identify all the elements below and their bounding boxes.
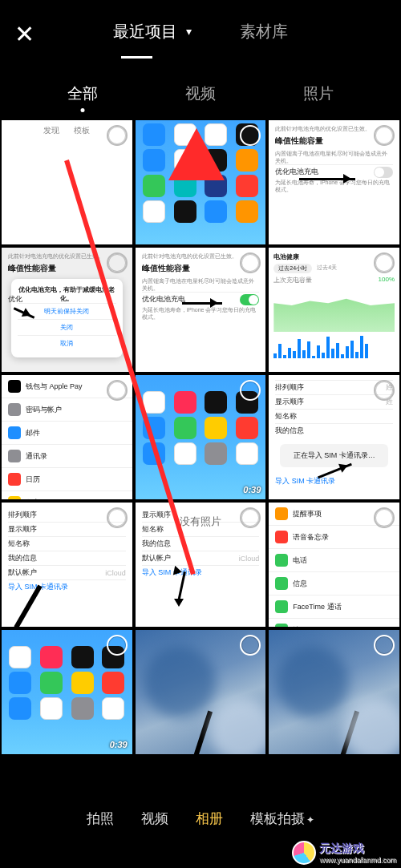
grid-cell[interactable]: 0:39: [2, 630, 132, 754]
dialog-title: 优化电池充电，有助于减缓电池老化。: [18, 285, 116, 303]
toggle-icon: [374, 167, 393, 178]
grid-cell[interactable]: [136, 630, 266, 754]
mode-template-label: 模板拍摄: [250, 811, 305, 826]
mode-album[interactable]: 相册: [196, 809, 223, 828]
list-item-label: 排列顺序: [275, 382, 304, 393]
chevron-down-icon: ▾: [186, 25, 192, 38]
select-circle[interactable]: [107, 125, 128, 146]
thumb-tiny-text: 为延长电池寿命，iPhone 会学习您每日的充电模式。: [142, 306, 260, 321]
thumb-link: 导入 SIM 卡通讯录: [142, 567, 202, 578]
select-circle[interactable]: [374, 125, 395, 146]
list-item-label: 显示顺序: [275, 397, 304, 407]
grid-cell[interactable]: [136, 120, 266, 244]
list-item-label: 默认帐户: [8, 567, 37, 578]
select-circle[interactable]: [107, 380, 128, 401]
list-item-label: FaceTime 通话: [293, 602, 341, 612]
list-item-label: 钱包与 Apple Pay: [26, 382, 83, 392]
filter-photo[interactable]: 照片: [303, 83, 334, 104]
list-item-label: 短名称: [8, 539, 30, 549]
select-circle[interactable]: [107, 252, 128, 273]
bottom-mode-bar: 拍照 视频 相册 模板拍摄✦: [0, 797, 401, 841]
media-grid: 发现 模板 此前针对电池充电的优化设置已生效。 峰值性能容量 内置锂离子电池在电…: [0, 115, 401, 754]
grid-cell[interactable]: 排列顺序姓 显示顺序姓 短名称 我的信息 正在导入 SIM 卡通讯录… 导入 S…: [269, 375, 399, 499]
select-circle[interactable]: [107, 635, 128, 656]
list-item-label: 邮件: [26, 428, 40, 438]
list-item-label: 密码与帐户: [26, 405, 62, 415]
stub-line: [340, 711, 359, 754]
select-circle[interactable]: [374, 635, 395, 656]
sparkle-icon: ✦: [306, 814, 314, 826]
grid-cell[interactable]: 发现 模板: [2, 120, 132, 244]
thumb-pct: 100%: [379, 276, 395, 285]
list-item-label: 我的信息: [142, 539, 171, 549]
tab-material-library[interactable]: 素材库: [240, 21, 288, 47]
list-item-value: iCloud: [239, 555, 260, 563]
thumb-tiny-text: 为延长电池寿命，iPhone 会学习您每日的充电模式。: [275, 179, 393, 193]
duration-badge: 0:39: [110, 740, 128, 749]
list-item-label: 日历: [26, 474, 40, 485]
grid-cell[interactable]: [269, 630, 399, 754]
thumb-tab-discover: 发现: [43, 125, 59, 136]
mode-template-shoot[interactable]: 模板拍摄✦: [250, 809, 314, 828]
thumb-sub: 上次充电容量: [273, 276, 312, 285]
arrow-icon: [299, 178, 355, 180]
toggle-icon: [240, 294, 259, 305]
close-icon[interactable]: ✕: [14, 20, 47, 48]
watermark: 元达游戏 www.yuandafanmd.com: [292, 841, 396, 865]
legend-a: 过去24小时: [273, 264, 312, 273]
tab-recent[interactable]: 最近项目 ▾: [113, 21, 192, 47]
list-item-value: iCloud: [105, 569, 126, 577]
grid-cell[interactable]: 此前针对电池充电的优化设置已生效。 峰值性能容量 内置锂离子电池在电量耗尽时可能…: [136, 248, 266, 372]
thumb-tab-template: 模板: [74, 125, 90, 136]
filter-video[interactable]: 视频: [185, 83, 216, 104]
grid-cell[interactable]: 此前针对电池充电的优化设置已生效。 峰值性能容量 优化电池充电，有助于减缓电池老…: [2, 248, 132, 372]
list-item-label: 语音备忘录: [293, 532, 329, 543]
list-item-label: 我的信息: [8, 553, 37, 563]
thumb-opt-label: 优化电池充电: [275, 167, 318, 177]
list-item-label: 信息: [293, 579, 307, 589]
mode-video[interactable]: 视频: [141, 809, 168, 828]
list-item-label: 通讯录: [26, 451, 47, 462]
thumb-banner: 正在导入 SIM 卡通讯录…: [280, 444, 388, 467]
list-item-label: 默认帐户: [142, 553, 171, 563]
duration-badge: 0:39: [243, 485, 261, 495]
arrow-icon: [177, 571, 186, 602]
thumb-link: 导入 SIM 卡通讯录: [275, 476, 335, 486]
thumb-label-prefix: 优化: [8, 294, 22, 305]
select-circle[interactable]: [240, 635, 261, 656]
grid-cell[interactable]: 此前针对电池充电的优化设置已生效。 峰值性能容量 内置锂离子电池在电量耗尽时可能…: [269, 120, 399, 244]
stub-line: [193, 711, 213, 754]
grid-cell[interactable]: 钱包与 Apple Pay 密码与帐户 邮件 通讯录 日历 备忘录 提醒事项 语…: [2, 375, 132, 499]
select-circle[interactable]: [374, 252, 395, 273]
legend-b: 过去4天: [317, 264, 337, 273]
list-item-label: 我的信息: [275, 426, 304, 436]
watermark-url: www.yuandafanmd.com: [319, 856, 396, 864]
list-item-label: 备忘录: [26, 498, 47, 500]
thumb-tiny-text: 内置锂离子电池在电量耗尽时可能会造成意外关机。: [142, 277, 260, 292]
grid-cell[interactable]: 0:39: [136, 375, 266, 499]
arrow-icon: [182, 302, 222, 305]
bar-chart: [273, 334, 395, 358]
watermark-brand: 元达游戏: [319, 842, 364, 854]
list-item-label: 地图: [293, 625, 307, 628]
arrow-head-icon: [174, 599, 184, 612]
thumb-opt-label: 优化电池充电: [142, 294, 185, 305]
select-circle[interactable]: [374, 380, 395, 401]
empty-state-text: 没有照片: [0, 515, 401, 529]
grid-cell[interactable]: 电池健康 过去24小时 过去4天 上次充电容量 100%: [269, 248, 399, 372]
thumb-tiny-text: 内置锂离子电池在电量耗尽时可能会造成意外关机。: [275, 150, 393, 164]
filter-row: 全部 视频 照片: [0, 67, 401, 115]
tab-recent-label: 最近项目: [113, 22, 177, 40]
list-item-label: 电话: [293, 555, 307, 566]
list-item-label: 短名称: [275, 411, 297, 422]
header-tabs: 最近项目 ▾ 素材库: [47, 21, 354, 47]
picker-header: ✕ 最近项目 ▾ 素材库: [0, 0, 401, 67]
mode-shoot[interactable]: 拍照: [87, 809, 114, 828]
dialog-opt: 取消: [18, 335, 116, 351]
filter-all[interactable]: 全部: [67, 83, 98, 104]
watermark-logo-icon: [292, 841, 316, 865]
area-chart: [273, 288, 395, 332]
